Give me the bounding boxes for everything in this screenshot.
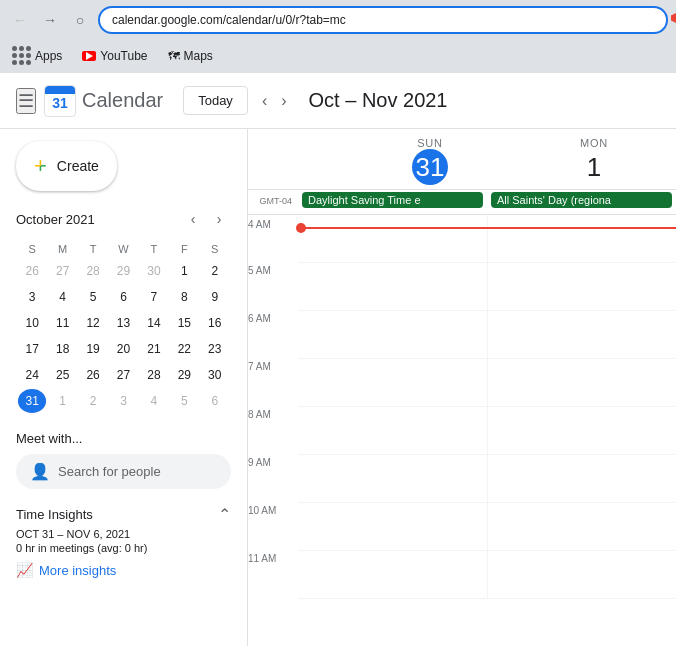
- grid-cell-mon-4am[interactable]: [488, 215, 677, 262]
- next-period-button[interactable]: ›: [275, 88, 292, 114]
- mini-cal-day[interactable]: 4: [48, 285, 76, 309]
- grid-row-4am[interactable]: [298, 215, 676, 263]
- mini-cal-day[interactable]: 13: [109, 311, 137, 335]
- address-bar[interactable]: calendar.google.com/calendar/u/0/r?tab=m…: [98, 6, 668, 34]
- mini-cal-day[interactable]: 29: [170, 363, 198, 387]
- mini-cal-day[interactable]: 6: [109, 285, 137, 309]
- more-insights-label: More insights: [39, 563, 116, 578]
- youtube-icon: [82, 51, 96, 61]
- grid-row-6am[interactable]: [298, 311, 676, 359]
- insights-stat: 0 hr in meetings (avg: 0 hr): [16, 542, 231, 554]
- mini-cal-day[interactable]: 2: [201, 259, 229, 283]
- mini-cal-day[interactable]: 4: [140, 389, 168, 413]
- mini-cal-day[interactable]: 28: [140, 363, 168, 387]
- mini-cal-day[interactable]: 5: [79, 285, 107, 309]
- grid-row-7am[interactable]: [298, 359, 676, 407]
- mini-cal-day[interactable]: 23: [201, 337, 229, 361]
- maps-bookmark[interactable]: 🗺 Maps: [164, 47, 217, 65]
- grid-cell-sun-11am[interactable]: [298, 551, 488, 598]
- mini-cal-grid: S M T W T F S 26 27 28 29 30 1 2: [16, 239, 231, 415]
- mini-cal-day[interactable]: 19: [79, 337, 107, 361]
- grid-row-11am[interactable]: [298, 551, 676, 599]
- mini-cal-day[interactable]: 16: [201, 311, 229, 335]
- browser-chrome: ← → ○ calendar.google.com/calendar/u/0/r…: [0, 0, 676, 73]
- grid-cell-sun-10am[interactable]: [298, 503, 488, 550]
- mini-cal-day[interactable]: 24: [18, 363, 46, 387]
- mini-cal-day[interactable]: 1: [48, 389, 76, 413]
- grid-row-10am[interactable]: [298, 503, 676, 551]
- mini-cal-day[interactable]: 27: [109, 363, 137, 387]
- mini-cal-day[interactable]: 21: [140, 337, 168, 361]
- mini-cal-day[interactable]: 9: [201, 285, 229, 309]
- mini-cal-day[interactable]: 28: [79, 259, 107, 283]
- grid-cell-sun-8am[interactable]: [298, 407, 488, 454]
- grid-cell-sun-4am[interactable]: [298, 215, 488, 262]
- event-daylight-saving[interactable]: Daylight Saving Time e: [302, 192, 483, 208]
- apps-icon: [12, 46, 31, 65]
- mini-cal-day[interactable]: 1: [170, 259, 198, 283]
- time-label-10am: 10 AM: [248, 503, 298, 551]
- mini-cal-day[interactable]: 10: [18, 311, 46, 335]
- grid-columns: [298, 215, 676, 599]
- mini-cal-day[interactable]: 12: [79, 311, 107, 335]
- grid-row-9am[interactable]: [298, 455, 676, 503]
- youtube-bookmark[interactable]: YouTube: [78, 47, 151, 65]
- mini-cal-day[interactable]: 26: [79, 363, 107, 387]
- mini-cal-day[interactable]: 18: [48, 337, 76, 361]
- mini-cal-day[interactable]: 7: [140, 285, 168, 309]
- back-button[interactable]: ←: [8, 8, 32, 32]
- more-insights-button[interactable]: 📈 More insights: [16, 562, 116, 578]
- grid-cell-sun-5am[interactable]: [298, 263, 488, 310]
- mini-cal-day[interactable]: 3: [18, 285, 46, 309]
- mini-cal-day[interactable]: 27: [48, 259, 76, 283]
- mini-cal-day[interactable]: 20: [109, 337, 137, 361]
- mini-cal-prev[interactable]: ‹: [181, 207, 205, 231]
- grid-cell-mon-9am[interactable]: [488, 455, 677, 502]
- hamburger-menu[interactable]: ☰: [16, 88, 36, 114]
- mini-cal-day[interactable]: 30: [201, 363, 229, 387]
- meet-with-section: Meet with... 👤 Search for people: [16, 431, 231, 489]
- mini-cal-day[interactable]: 29: [109, 259, 137, 283]
- grid-cell-sun-6am[interactable]: [298, 311, 488, 358]
- mini-cal-day[interactable]: 2: [79, 389, 107, 413]
- mini-cal-day[interactable]: 11: [48, 311, 76, 335]
- mini-cal-day[interactable]: 26: [18, 259, 46, 283]
- time-label-6am: 6 AM: [248, 311, 298, 359]
- today-button[interactable]: Today: [183, 86, 248, 115]
- mini-cal-today[interactable]: 31: [18, 389, 46, 413]
- mini-cal-next[interactable]: ›: [207, 207, 231, 231]
- mini-cal-day[interactable]: 22: [170, 337, 198, 361]
- day-col-sun[interactable]: SUN 31: [348, 129, 512, 189]
- grid-cell-mon-5am[interactable]: [488, 263, 677, 310]
- grid-cell-sun-9am[interactable]: [298, 455, 488, 502]
- grid-cell-mon-10am[interactable]: [488, 503, 677, 550]
- mini-cal-day[interactable]: 25: [48, 363, 76, 387]
- reload-button[interactable]: ○: [68, 8, 92, 32]
- mini-cal-day[interactable]: 3: [109, 389, 137, 413]
- grid-cell-mon-11am[interactable]: [488, 551, 677, 598]
- mini-cal-day[interactable]: 6: [201, 389, 229, 413]
- insights-collapse-button[interactable]: ⌃: [218, 505, 231, 524]
- grid-row-8am[interactable]: [298, 407, 676, 455]
- grid-row-5am[interactable]: [298, 263, 676, 311]
- time-label-4am: 4 AM: [248, 215, 298, 263]
- search-people-button[interactable]: 👤 Search for people: [16, 454, 231, 489]
- grid-cell-mon-8am[interactable]: [488, 407, 677, 454]
- grid-cell-mon-7am[interactable]: [488, 359, 677, 406]
- mini-cal-day[interactable]: 30: [140, 259, 168, 283]
- grid-cell-mon-6am[interactable]: [488, 311, 677, 358]
- apps-bookmark[interactable]: Apps: [8, 44, 66, 67]
- time-labels: 4 AM 5 AM 6 AM 7 AM 8 AM 9 AM 10 AM 11 A…: [248, 215, 298, 599]
- event-all-saints[interactable]: All Saints' Day (regiona: [491, 192, 672, 208]
- mini-cal-day[interactable]: 15: [170, 311, 198, 335]
- mini-cal-day[interactable]: 17: [18, 337, 46, 361]
- prev-period-button[interactable]: ‹: [256, 88, 273, 114]
- forward-button[interactable]: →: [38, 8, 62, 32]
- day-col-mon[interactable]: MON 1: [512, 129, 676, 189]
- grid-cell-sun-7am[interactable]: [298, 359, 488, 406]
- mini-cal-day[interactable]: 8: [170, 285, 198, 309]
- mini-cal-day[interactable]: 14: [140, 311, 168, 335]
- create-button[interactable]: + Create: [16, 141, 117, 191]
- mini-cal-day[interactable]: 5: [170, 389, 198, 413]
- time-label-5am: 5 AM: [248, 263, 298, 311]
